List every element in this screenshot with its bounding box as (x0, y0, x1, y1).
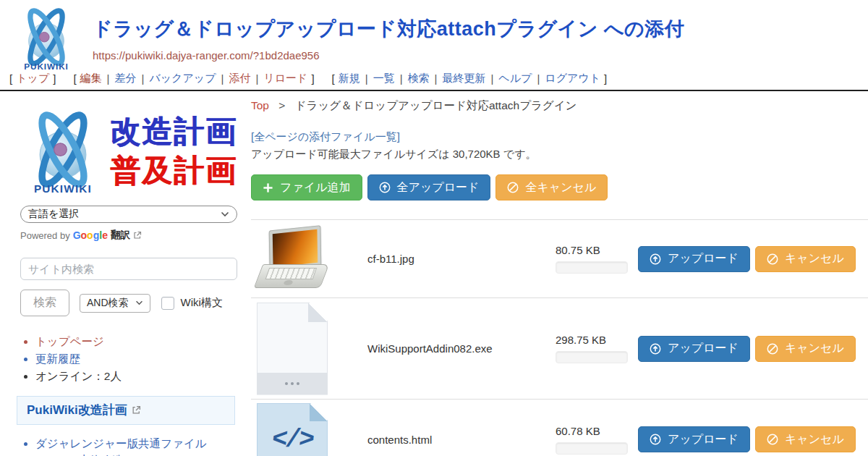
upload-button[interactable]: アップロード (638, 426, 750, 452)
chevron-down-icon (135, 300, 143, 305)
page-url[interactable]: https://pukiwiki.dajya-ranger.com/?1bd2d… (93, 49, 684, 62)
nav-item-attach[interactable]: 添付 (229, 72, 250, 85)
site-search-input[interactable] (20, 258, 237, 280)
file-name: WikiSupportAddin082.exe (367, 342, 556, 355)
file-name: contents.html (367, 434, 556, 446)
file-row: WikiSupportAddin082.exe 298.75 KB アップロード… (251, 298, 868, 399)
breadcrumb-current: ドラッグ＆ドロップアップロード対応attachプラグイン (295, 99, 577, 111)
sidebar-item-core-mods[interactable]: PukiWiki本体改造 (35, 452, 239, 456)
language-select[interactable]: 言語を選択 (20, 206, 237, 223)
nav-item-reload[interactable]: リロード (263, 72, 307, 85)
nav-separator: | (532, 72, 545, 85)
code-icon: </> (271, 425, 314, 455)
nav-separator: | (430, 72, 443, 85)
add-file-button[interactable]: ファイル追加 (251, 174, 362, 200)
banner-slogan-line2: 普及計画 (110, 154, 237, 187)
nav-separator: | (136, 72, 149, 85)
max-filesize-note: アップロード可能最大ファイルサイズは 30,720KB です。 (251, 148, 868, 161)
page-fold (310, 404, 327, 421)
nav-item-search[interactable]: 検索 (408, 72, 430, 85)
translate-label: 翻訳 (111, 229, 130, 242)
all-attachments-link[interactable]: [全ページの添付ファイル一覧] (251, 130, 868, 144)
banner-slogan: 改造計画 普及計画 (110, 115, 237, 187)
file-row: cf-b11.jpg 80.75 KB アップロード キャンセル (251, 220, 868, 297)
upload-all-button[interactable]: 全アップロード (367, 174, 491, 200)
nav-bracket: [ (328, 72, 339, 85)
upload-circle-icon (379, 182, 391, 193)
nav-bracket: [ (6, 72, 16, 85)
search-mode-value: AND検索 (87, 297, 129, 310)
page-title: ドラッグ＆ドロップアップロード対応attachプラグイン への添付 (93, 16, 684, 42)
upload-progress-bar (556, 261, 628, 274)
page-fold (308, 303, 327, 322)
nav-bracket: ] (600, 72, 610, 85)
banner-slogan-line1: 改造計画 (110, 115, 237, 148)
header-text: ドラッグ＆ドロップアップロード対応attachプラグイン への添付 https:… (93, 4, 684, 62)
breadcrumb-separator: > (278, 99, 285, 111)
site-header: PUKIWIKI ドラッグ＆ドロップアップロード対応attachプラグイン への… (0, 0, 868, 70)
nav-item-diff[interactable]: 差分 (114, 72, 136, 85)
main-content: Top > ドラッグ＆ドロップアップロード対応attachプラグイン [全ページ… (239, 91, 868, 456)
upload-button[interactable]: アップロード (638, 246, 750, 272)
upload-circle-icon (650, 253, 661, 265)
ban-icon (767, 253, 778, 265)
breadcrumb: Top > ドラッグ＆ドロップアップロード対応attachプラグイン (251, 98, 868, 114)
wiki-syntax-label: Wiki構文 (181, 296, 223, 310)
sidebar-item-common-files[interactable]: ダジャレンジャー版共通ファイル (35, 436, 239, 452)
wiki-syntax-checkbox[interactable] (161, 297, 174, 310)
sidebar-section-title: PukiWiki改造計画 (27, 402, 127, 418)
chevron-down-icon (221, 211, 229, 217)
nav-separator: | (250, 72, 263, 85)
file-size: 298.75 KB (556, 334, 638, 346)
nav-item-recent[interactable]: 最終更新 (442, 72, 485, 85)
file-name: cf-b11.jpg (367, 253, 556, 265)
html-file-icon: </> (257, 403, 328, 456)
google-translate-attribution[interactable]: Powered by Google 翻訳 (20, 229, 239, 242)
pukiwiki-logo-icon[interactable]: PUKIWIKI (13, 4, 80, 75)
sidebar: PUKIWIKI 改造計画 普及計画 言語を選択 Powered by Goog… (0, 91, 239, 456)
sidebar-section-header[interactable]: PukiWiki改造計画 (17, 396, 235, 425)
nav-item-help[interactable]: ヘルプ (498, 72, 532, 85)
cancel-button[interactable]: キャンセル (755, 426, 856, 452)
search-mode-select[interactable]: AND検索 (80, 294, 150, 313)
breadcrumb-home-link[interactable]: Top (251, 99, 269, 111)
search-button[interactable]: 検索 (20, 290, 69, 316)
search-controls: 検索 AND検索 Wiki構文 (20, 290, 239, 316)
pukiwiki-attach-page: PUKIWIKI ドラッグ＆ドロップアップロード対応attachプラグイン への… (0, 0, 868, 456)
nav-item-logout[interactable]: ログアウト (545, 72, 600, 85)
upload-toolbar: ファイル追加 全アップロード 全キャンセル (251, 174, 868, 200)
sidebar-list-top: トップページ 更新履歴 オンライン：2人 (20, 334, 239, 384)
nav-item-backup[interactable]: バックアップ (149, 72, 216, 85)
nav-bracket: ] (49, 72, 59, 85)
cancel-button[interactable]: キャンセル (755, 246, 856, 272)
powered-by-label: Powered by (20, 230, 70, 241)
upload-progress-bar (556, 351, 628, 363)
svg-text:PUKIWIKI: PUKIWIKI (34, 182, 92, 195)
nav-item-edit[interactable]: 編集 (80, 72, 102, 85)
sidebar-banner-logo[interactable]: PUKIWIKI 改造計画 普及計画 (20, 101, 239, 201)
cancel-all-button[interactable]: 全キャンセル (495, 174, 608, 200)
upload-button[interactable]: アップロード (638, 336, 750, 362)
sidebar-item-top-page[interactable]: トップページ (35, 334, 239, 350)
nav-item-top[interactable]: トップ (16, 72, 49, 85)
sidebar-item-online-count: オンライン：2人 (35, 368, 239, 384)
language-select-value: 言語を選択 (28, 208, 79, 221)
nav-item-list[interactable]: 一覧 (373, 72, 395, 85)
nav-bracket: [ (69, 72, 80, 85)
file-size: 80.75 KB (556, 244, 638, 256)
sidebar-list-plugins: ダジャレンジャー版共通ファイル PukiWiki本体改造 PukiWikiテキス… (20, 436, 239, 456)
upload-progress-bar (556, 442, 628, 455)
sidebar-item-update-history[interactable]: 更新履歴 (35, 351, 239, 367)
nav-separator: | (395, 72, 408, 85)
top-nav: [ トップ ] [ 編集 | 差分 | バックアップ | 添付 | リロード ]… (0, 70, 868, 90)
nav-item-new[interactable]: 新規 (339, 72, 360, 85)
google-logo-text: Google (73, 229, 108, 241)
nav-separator: | (216, 72, 229, 85)
pukiwiki-atom-icon: PUKIWIKI (20, 106, 106, 196)
upload-circle-icon (650, 434, 661, 445)
upload-queue: cf-b11.jpg 80.75 KB アップロード キャンセル (251, 219, 868, 456)
cancel-button[interactable]: キャンセル (755, 336, 856, 362)
nav-bracket: ] (307, 72, 318, 85)
laptop-photo-thumbnail (257, 227, 329, 292)
nav-separator: | (485, 72, 498, 85)
